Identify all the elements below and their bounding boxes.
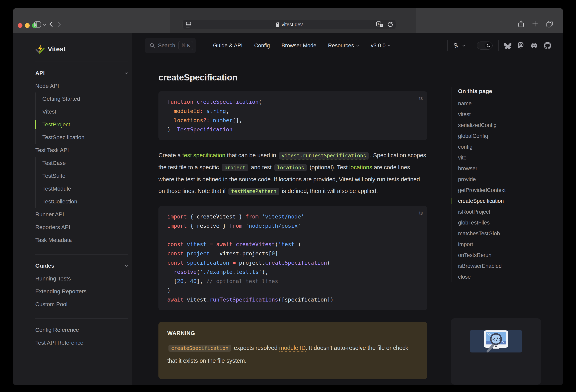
outline-item-globtestfiles[interactable]: globTestFiles [458, 217, 563, 228]
sidebar-item-extending-reporters[interactable]: Extending Reporters [35, 285, 128, 298]
sidebar-item-testmodule[interactable]: TestModule [42, 182, 128, 195]
sidebar-item-test-task-api[interactable]: Test Task API [35, 144, 128, 157]
page-title: createSpecification [158, 72, 427, 83]
address-bar[interactable]: vitest.dev A [182, 20, 396, 29]
sidebar-item-getting-started[interactable]: Getting Started [42, 92, 128, 105]
inline-link[interactable]: test specification [182, 152, 225, 159]
sidebar-group-title[interactable]: API [35, 67, 128, 80]
description-paragraph: Create a test specification that can be … [158, 150, 427, 197]
search-label: Search [158, 43, 175, 49]
theme-toggle[interactable] [477, 41, 492, 50]
outline-item-isbrowserenabled[interactable]: isBrowserEnabled [458, 261, 563, 271]
theme-toggle-knob [485, 42, 492, 49]
outline-item-ontestsrerun[interactable]: onTestsRerun [458, 250, 563, 261]
search-icon [150, 43, 155, 48]
svg-text:A: A [378, 22, 380, 26]
outline-item-vite[interactable]: vite [458, 152, 563, 163]
nav-link-guide-api[interactable]: Guide & API [213, 43, 242, 49]
outline-item-createspecification[interactable]: createSpecification [458, 196, 563, 207]
forward-icon[interactable] [57, 21, 62, 27]
sidebar-item-config-reference[interactable]: Config Reference [35, 324, 128, 336]
sidebar-divider [35, 318, 128, 319]
inline-link[interactable]: module ID [279, 345, 306, 352]
outline-item-browser[interactable]: browser [458, 163, 563, 174]
inline-link[interactable]: locations [349, 164, 372, 171]
discord-icon[interactable] [530, 43, 538, 49]
outline-item-provide[interactable]: provide [458, 174, 563, 185]
new-tab-icon[interactable] [532, 21, 538, 27]
sidebar-item-testcase[interactable]: TestCase [42, 157, 128, 170]
outline-item-globalconfig[interactable]: globalConfig [458, 131, 563, 141]
share-icon[interactable] [518, 20, 524, 28]
tab-overview-icon[interactable] [546, 20, 553, 28]
sidebar-item-testcollection[interactable]: TestCollection [42, 195, 128, 208]
sidebar-item-testsuite[interactable]: TestSuite [42, 170, 128, 182]
sidebar-nested-group: TestCaseTestSuiteTestModuleTestCollectio… [35, 157, 128, 208]
sidebar-item-custom-pool[interactable]: Custom Pool [35, 298, 128, 311]
lock-icon [276, 22, 280, 27]
nav-dropdown-resources[interactable]: Resources [328, 43, 359, 49]
github-icon[interactable] [544, 42, 551, 49]
nav-link-browser-mode[interactable]: Browser Mode [282, 43, 317, 49]
sidebar-item-testspecification[interactable]: TestSpecification [42, 131, 128, 144]
browser-window: vitest.dev A [13, 8, 563, 385]
sidebar-toggle-icon[interactable] [34, 21, 41, 28]
search-button[interactable]: Search ⌘ K [145, 38, 196, 53]
chevron-down-icon [125, 72, 128, 74]
on-this-page-title: On this page [458, 87, 563, 95]
sidebar-item-test-api-reference[interactable]: Test API Reference [35, 336, 128, 349]
main-area: Search ⌘ K Guide & APIConfigBrowser Mode… [132, 33, 563, 385]
chevron-down-icon[interactable] [43, 24, 47, 26]
sidebar-item-reporters-api[interactable]: Reporters API [35, 221, 128, 234]
sidebar-nested-group: Getting StartedVitestTestProjectTestSpec… [35, 92, 128, 144]
top-nav: Guide & APIConfigBrowser ModeResourcesv3… [213, 43, 391, 49]
outline-item-name[interactable]: name [458, 98, 563, 109]
translate-icon[interactable]: A [376, 21, 384, 28]
close-button[interactable] [18, 23, 23, 28]
outline-item-serializedconfig[interactable]: serializedConfig [458, 120, 563, 131]
sidebar-item-running-tests[interactable]: Running Tests [35, 272, 128, 285]
language-menu[interactable]: A [453, 42, 465, 49]
sidebar-group-title[interactable]: Guides [35, 259, 128, 272]
inline-code-link[interactable]: vitest.runTestSpecifications [279, 152, 369, 159]
sidebar-item-node-api[interactable]: Node API [35, 80, 128, 92]
article: createSpecification tsfunction createSpe… [158, 72, 427, 379]
brand[interactable]: Vitest [35, 33, 128, 54]
doc-area: createSpecification tsfunction createSpe… [132, 58, 563, 379]
reload-icon[interactable] [387, 22, 393, 27]
moon-icon [487, 44, 490, 48]
vitest-logo-icon [35, 44, 45, 54]
sidebar-item-runner-api[interactable]: Runner API [35, 208, 128, 221]
chevron-down-icon [356, 45, 359, 47]
sponsor-card[interactable]: </> [451, 318, 541, 385]
minimize-button[interactable] [25, 23, 30, 28]
sidebar-item-testproject[interactable]: TestProject [42, 118, 128, 131]
warning-title: WARNING [167, 330, 418, 336]
back-icon[interactable] [49, 21, 54, 27]
code-block-example: tsimport { createVitest } from 'vitest/n… [158, 206, 427, 310]
outline-item-vitest[interactable]: vitest [458, 109, 563, 120]
outline-item-matchestestglob[interactable]: matchesTestGlob [458, 228, 563, 239]
divider [471, 40, 471, 51]
inline-code-link[interactable]: testNamePattern [229, 188, 279, 195]
mastodon-icon[interactable] [518, 42, 524, 49]
outline-item-config[interactable]: config [458, 141, 563, 152]
sidebar-item-task-metadata[interactable]: Task Metadata [35, 234, 128, 246]
nav-dropdown-v3-0-0[interactable]: v3.0.0 [371, 43, 391, 49]
outline-item-getprovidedcontext[interactable]: getProvidedContext [458, 185, 563, 196]
warning-text: createSpecification expects resolved mod… [167, 342, 418, 367]
code-block-signature: tsfunction createSpecification( moduleId… [158, 91, 427, 140]
warning-callout: WARNING createSpecification expects reso… [158, 322, 427, 379]
divider [498, 40, 499, 51]
nav-link-config[interactable]: Config [254, 43, 270, 49]
chevron-down-icon [387, 45, 391, 47]
sidebar-divider [35, 61, 128, 62]
outline-item-close[interactable]: close [458, 271, 563, 282]
sidebar-nav: APINode APIGetting StartedVitestTestProj… [35, 61, 128, 349]
on-this-page-list: namevitestserializedConfigglobalConfigco… [458, 98, 563, 282]
bluesky-icon[interactable] [504, 42, 511, 49]
sidebar-item-vitest[interactable]: Vitest [42, 105, 128, 118]
outline-item-import[interactable]: import [458, 239, 563, 250]
search-shortcut: ⌘ K [178, 41, 193, 50]
outline-item-isrootproject[interactable]: isRootProject [458, 207, 563, 217]
